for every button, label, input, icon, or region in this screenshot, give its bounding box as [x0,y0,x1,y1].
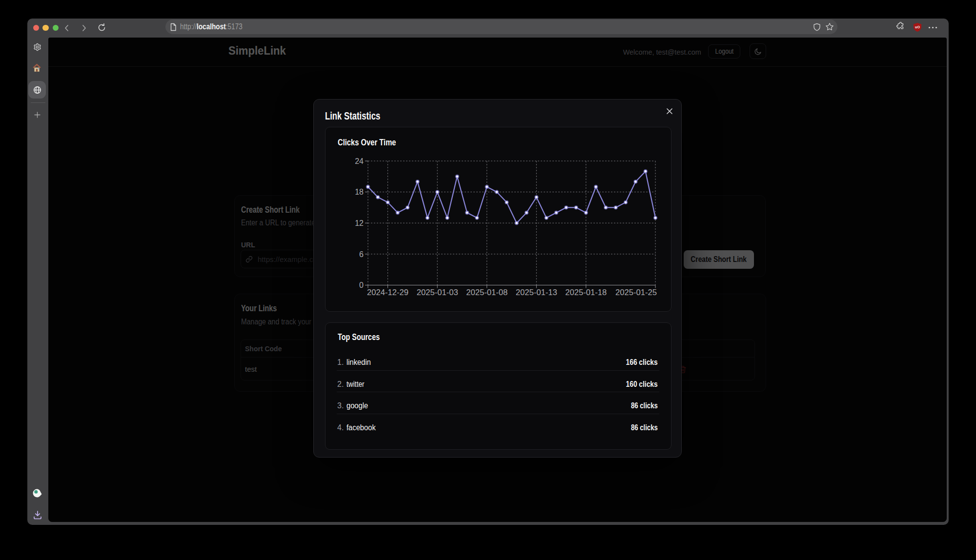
svg-text:12: 12 [355,219,364,227]
svg-text:24: 24 [355,157,364,165]
svg-text:uO: uO [915,25,920,29]
svg-text:2025-01-08: 2025-01-08 [466,288,508,297]
svg-text:18: 18 [355,188,364,196]
svg-text:2024-12-29: 2024-12-29 [367,288,408,297]
svg-text:2025-01-13: 2025-01-13 [516,288,557,297]
svg-text:0: 0 [359,281,364,289]
svg-text:2025-01-25: 2025-01-25 [615,288,657,297]
svg-text:2025-01-18: 2025-01-18 [565,288,607,297]
svg-text:6: 6 [359,250,364,259]
svg-text:2025-01-03: 2025-01-03 [417,288,458,297]
